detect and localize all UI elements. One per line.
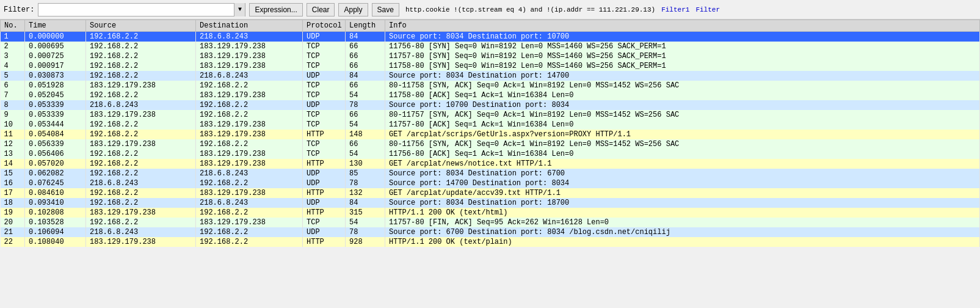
cell-destination: 218.6.8.243: [196, 32, 303, 42]
table-row[interactable]: 50.030873192.168.2.2218.6.8.243UDP84Sour…: [1, 71, 980, 81]
cell-no: 4: [1, 61, 25, 71]
table-row[interactable]: 80.053339218.6.8.243192.168.2.2UDP78Sour…: [1, 100, 980, 110]
table-row[interactable]: 150.062082192.168.2.2218.6.8.243UDP85Sou…: [1, 169, 980, 178]
apply-button[interactable]: Apply: [338, 3, 368, 16]
col-header-time: Time: [25, 20, 86, 32]
cell-protocol: UDP: [303, 169, 346, 178]
cell-no: 3: [1, 51, 25, 61]
cell-length: 130: [346, 159, 385, 169]
cell-length: 148: [346, 130, 385, 139]
cell-destination: 192.168.2.2: [196, 100, 303, 110]
clear-button[interactable]: Clear: [307, 3, 335, 16]
filter-name2[interactable]: Filter: [695, 6, 720, 13]
cell-protocol: HTTP: [303, 130, 346, 139]
cell-source: 218.6.8.243: [86, 100, 196, 110]
table-row[interactable]: 30.000725192.168.2.2183.129.179.238TCP66…: [1, 51, 980, 61]
cell-info: Source port: 10700 Destination port: 803…: [385, 100, 980, 110]
table-row[interactable]: 10.000000192.168.2.2218.6.8.243UDP84Sour…: [1, 32, 980, 42]
cell-destination: 192.168.2.2: [196, 227, 303, 237]
cell-no: 6: [1, 81, 25, 90]
table-row[interactable]: 210.106094218.6.8.243192.168.2.2UDP78Sou…: [1, 227, 980, 237]
cell-destination: 192.168.2.2: [196, 81, 303, 90]
table-row[interactable]: 70.052045192.168.2.2183.129.179.238TCP54…: [1, 90, 980, 100]
cell-no: 8: [1, 100, 25, 110]
table-row[interactable]: 90.053339183.129.179.238192.168.2.2TCP66…: [1, 110, 980, 120]
cell-destination: 192.168.2.2: [196, 237, 303, 247]
table-row[interactable]: 130.056406192.168.2.2183.129.179.238TCP5…: [1, 149, 980, 159]
cell-length: 54: [346, 120, 385, 130]
cell-info: HTTP/1.1 200 OK (text/plain): [385, 237, 980, 247]
cell-info: 11756-80 [ACK] Seq=1 Ack=1 Win=16384 Len…: [385, 149, 980, 159]
col-header-source: Source: [86, 20, 196, 32]
table-row[interactable]: 60.051928183.129.179.238192.168.2.2TCP66…: [1, 81, 980, 90]
cell-protocol: UDP: [303, 227, 346, 237]
cell-time: 0.062082: [25, 169, 86, 178]
cell-destination: 192.168.2.2: [196, 178, 303, 188]
cell-length: 66: [346, 51, 385, 61]
cell-info: Source port: 8034 Destination port: 6700: [385, 169, 980, 178]
cell-destination: 192.168.2.2: [196, 110, 303, 120]
cell-source: 192.168.2.2: [86, 218, 196, 227]
cell-source: 192.168.2.2: [86, 188, 196, 198]
cell-length: 66: [346, 61, 385, 71]
cell-info: Source port: 8034 Destination port: 1070…: [385, 32, 980, 42]
cell-time: 0.000000: [25, 32, 86, 42]
cell-destination: 183.129.179.238: [196, 61, 303, 71]
cell-time: 0.106094: [25, 227, 86, 237]
cell-no: 14: [1, 159, 25, 169]
cell-time: 0.052045: [25, 90, 86, 100]
cell-time: 0.053444: [25, 120, 86, 130]
cell-length: 78: [346, 178, 385, 188]
table-wrap: No. Time Source Destination Protocol Len…: [0, 20, 980, 308]
cell-no: 15: [1, 169, 25, 178]
table-row[interactable]: 120.056339183.129.179.238192.168.2.2TCP6…: [1, 139, 980, 149]
cell-info: 11758-80 [ACK] Seq=1 Ack=1 Win=16384 Len…: [385, 90, 980, 100]
cell-source: 218.6.8.243: [86, 227, 196, 237]
cell-no: 12: [1, 139, 25, 149]
table-row[interactable]: 20.000695192.168.2.2183.129.179.238TCP66…: [1, 42, 980, 51]
filter-name1[interactable]: Filter1: [661, 6, 689, 13]
cell-destination: 183.129.179.238: [196, 149, 303, 159]
cell-protocol: TCP: [303, 218, 346, 227]
cell-info: GET /arcplat/scrips/GetUrls.aspx?version…: [385, 130, 980, 139]
cell-info: 11757-80 [FIN, ACK] Seq=95 Ack=262 Win=1…: [385, 218, 980, 227]
filter-dropdown-btn[interactable]: ▼: [234, 3, 245, 16]
cell-info: GET /arcplat/update/accv39.txt HTTP/1.1: [385, 188, 980, 198]
filter-input[interactable]: [38, 4, 234, 16]
col-header-protocol: Protocol: [303, 20, 346, 32]
cell-source: 192.168.2.2: [86, 51, 196, 61]
table-row[interactable]: 190.102808183.129.179.238192.168.2.2HTTP…: [1, 208, 980, 218]
cell-source: 218.6.8.243: [86, 178, 196, 188]
table-row[interactable]: 40.000917192.168.2.2183.129.179.238TCP66…: [1, 61, 980, 71]
cell-length: 66: [346, 139, 385, 149]
cell-source: 183.129.179.238: [86, 110, 196, 120]
cell-length: 66: [346, 81, 385, 90]
cell-info: HTTP/1.1 200 OK (text/html): [385, 208, 980, 218]
cell-no: 22: [1, 237, 25, 247]
table-row[interactable]: 180.093410192.168.2.2218.6.8.243UDP84Sou…: [1, 198, 980, 208]
cell-source: 183.129.179.238: [86, 81, 196, 90]
table-row[interactable]: 100.053444192.168.2.2183.129.179.238TCP5…: [1, 120, 980, 130]
cell-no: 10: [1, 120, 25, 130]
table-row[interactable]: 200.103528192.168.2.2183.129.179.238TCP5…: [1, 218, 980, 227]
cell-length: 54: [346, 90, 385, 100]
save-button[interactable]: Save: [372, 3, 399, 16]
table-row[interactable]: 110.054084192.168.2.2183.129.179.238HTTP…: [1, 130, 980, 139]
cell-protocol: TCP: [303, 90, 346, 100]
table-row[interactable]: 220.108040183.129.179.238192.168.2.2HTTP…: [1, 237, 980, 247]
cell-destination: 192.168.2.2: [196, 139, 303, 149]
cell-time: 0.053339: [25, 110, 86, 120]
expression-button[interactable]: Expression...: [249, 3, 302, 16]
cell-protocol: TCP: [303, 51, 346, 61]
cell-length: 66: [346, 110, 385, 120]
cell-time: 0.000725: [25, 51, 86, 61]
cell-protocol: HTTP: [303, 188, 346, 198]
cell-protocol: HTTP: [303, 237, 346, 247]
cell-source: 192.168.2.2: [86, 149, 196, 159]
cell-source: 192.168.2.2: [86, 159, 196, 169]
table-row[interactable]: 140.057020192.168.2.2183.129.179.238HTTP…: [1, 159, 980, 169]
table-row[interactable]: 160.076245218.6.8.243192.168.2.2UDP78Sou…: [1, 178, 980, 188]
cell-no: 17: [1, 188, 25, 198]
table-row[interactable]: 170.084610192.168.2.2183.129.179.238HTTP…: [1, 188, 980, 198]
cell-source: 192.168.2.2: [86, 198, 196, 208]
